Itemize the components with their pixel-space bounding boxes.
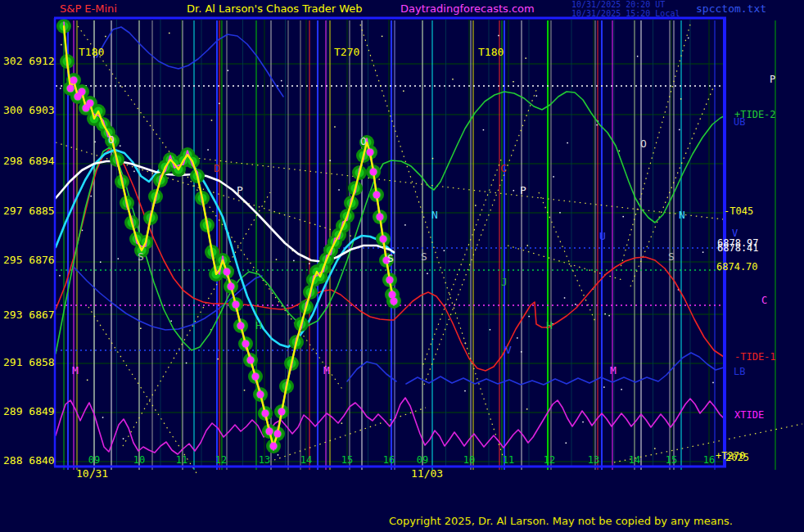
year-label: 2025: [725, 453, 749, 462]
star-dot: [527, 245, 529, 246]
hour-label: 15: [661, 455, 682, 465]
star-dot: [102, 417, 104, 418]
magenta-signal-dot: [87, 100, 94, 107]
star-dot: [654, 448, 656, 449]
star-dot: [90, 196, 92, 197]
star-dot: [490, 329, 491, 331]
magenta-signal-dot: [242, 340, 250, 348]
chart-canvas: [0, 0, 804, 532]
star-dot: [444, 250, 445, 252]
star-dot: [211, 119, 213, 121]
cycle-letter: M: [72, 365, 79, 376]
blue-forecast-line: [406, 353, 724, 385]
hour-label: 14: [296, 455, 317, 465]
magenta-signal-dot: [266, 428, 273, 435]
star-dot: [105, 36, 106, 38]
star-dot: [82, 230, 84, 232]
star-dot: [140, 327, 142, 329]
star-dot: [120, 145, 121, 147]
minus-tide1-label: -TIDE-1: [734, 352, 776, 362]
magenta-signal-dot: [247, 357, 255, 364]
xtide-label: XTIDE: [734, 410, 764, 420]
star-dot: [483, 129, 485, 131]
star-dot: [382, 36, 383, 38]
star-dot: [278, 454, 279, 456]
magenta-signal-dot: [270, 443, 278, 450]
price-quote-2: 6878.41: [717, 243, 759, 253]
magenta-signal-dot: [278, 408, 286, 416]
cycle-letter: S: [668, 251, 675, 262]
timestamp-ut: 10/31/2025 20:20 UT: [571, 1, 665, 9]
dotted-diagonal: [123, 192, 270, 446]
star-dot: [536, 95, 538, 97]
star-dot: [432, 158, 434, 160]
star-dot: [475, 205, 477, 206]
magenta-signal-dot: [224, 268, 231, 276]
site-link[interactable]: Daytradingforecasts.com: [400, 3, 535, 14]
star-dot: [244, 390, 246, 391]
hour-label: 13: [583, 455, 604, 465]
magenta-signal-dot: [274, 431, 282, 438]
star-dot: [329, 160, 331, 161]
star-dot: [517, 337, 518, 339]
price-axis-label: 289 6849: [3, 406, 51, 417]
hour-label: 11: [498, 455, 519, 465]
star-dot: [567, 142, 568, 144]
magenta-signal-dot: [370, 169, 377, 176]
star-dot: [582, 422, 584, 423]
magenta-signal-dot: [252, 373, 260, 381]
star-dot: [60, 88, 61, 89]
time-marker-label: T180: [79, 47, 104, 57]
hour-label: 13: [254, 455, 275, 465]
star-dot: [338, 189, 340, 191]
time-marker-label: T180: [478, 47, 504, 57]
magenta-signal-dot: [233, 301, 240, 309]
cycle-letter: O: [640, 138, 647, 149]
star-dot: [87, 380, 88, 381]
star-dot: [100, 261, 102, 263]
cycle-letter: S: [138, 251, 144, 262]
star-dot: [622, 216, 624, 218]
hour-label: 10: [458, 455, 480, 465]
star-dot: [608, 315, 610, 317]
magenta-signal-dot: [70, 77, 78, 84]
magenta-signal-dot: [79, 88, 86, 96]
upper-band-label: UB: [734, 117, 745, 127]
star-dot: [334, 126, 336, 128]
star-dot: [94, 142, 96, 143]
magenta-signal-dot: [67, 85, 75, 92]
price-quote-3: 6874.70: [716, 262, 758, 272]
cycle-letter: U: [599, 231, 606, 241]
star-dot: [217, 358, 219, 360]
star-dot: [596, 124, 598, 126]
star-dot: [186, 363, 187, 364]
star-dot: [452, 79, 454, 80]
star-dot: [564, 297, 566, 299]
star-dot: [403, 90, 404, 92]
star-dot: [513, 190, 515, 192]
star-dot: [528, 316, 530, 318]
cycle-letter: H: [255, 320, 262, 331]
magenta-signal-dot: [257, 391, 264, 399]
hour-label: 14: [624, 455, 645, 465]
star-dot: [170, 321, 172, 322]
dotted-diagonal: [424, 90, 536, 385]
date-label-day2: 11/03: [411, 468, 443, 479]
c-marker-label: C: [761, 295, 767, 305]
star-dot: [59, 275, 61, 277]
lower-band-label: LB: [734, 367, 745, 376]
magenta-signal-dot: [367, 149, 374, 156]
cycle-letter: H: [546, 320, 553, 331]
dotted-diagonal: [188, 157, 724, 219]
star-dot: [688, 38, 689, 39]
star-dot: [603, 386, 605, 388]
star-dot: [118, 258, 120, 259]
star-dot: [281, 80, 282, 82]
star-dot: [525, 57, 526, 59]
cycle-letter: M: [323, 365, 330, 376]
copyright-notice: Copyright 2025, Dr. Al Larson. May not b…: [389, 516, 733, 526]
data-filename-link[interactable]: spcctom.txt: [696, 3, 766, 14]
price-axis-label: 302 6912: [3, 56, 51, 66]
star-dot: [679, 129, 680, 131]
price-axis-label: 300 6903: [3, 105, 51, 115]
